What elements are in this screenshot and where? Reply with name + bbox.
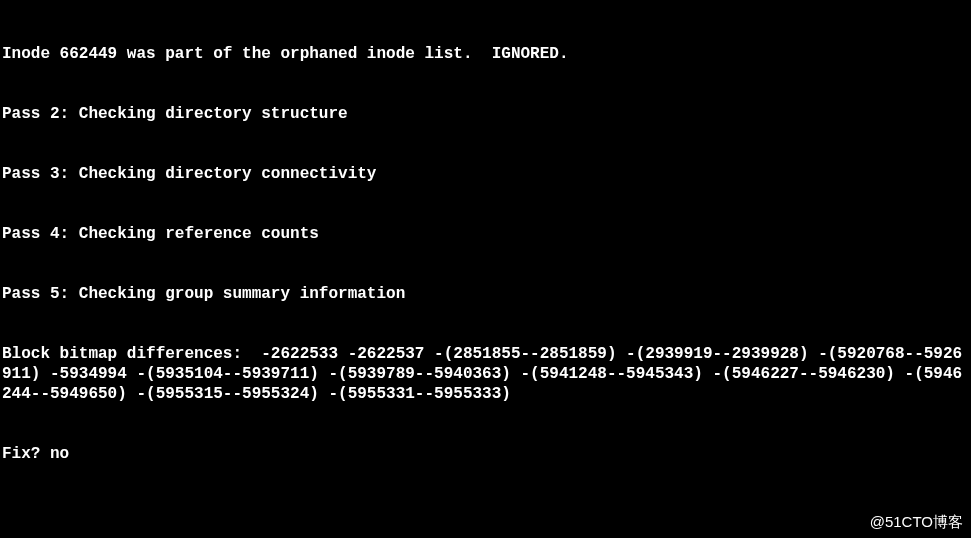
output-line: Fix? no bbox=[2, 444, 969, 464]
terminal-output: Inode 662449 was part of the orphaned in… bbox=[2, 4, 969, 538]
output-line: Pass 2: Checking directory structure bbox=[2, 104, 969, 124]
output-line bbox=[2, 504, 969, 524]
output-line: Pass 3: Checking directory connectivity bbox=[2, 164, 969, 184]
output-line: Pass 4: Checking reference counts bbox=[2, 224, 969, 244]
watermark-text: @51CTO博客 bbox=[870, 513, 963, 532]
output-line: Pass 5: Checking group summary informati… bbox=[2, 284, 969, 304]
output-line: Inode 662449 was part of the orphaned in… bbox=[2, 44, 969, 64]
output-line: Block bitmap differences: -2622533 -2622… bbox=[2, 344, 969, 404]
